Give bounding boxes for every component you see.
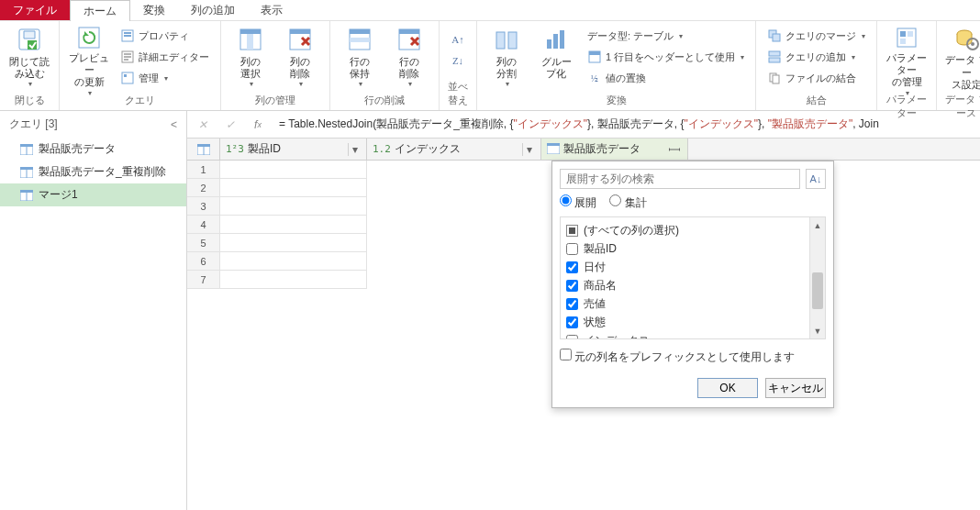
parameters-icon [892,25,921,50]
row-number[interactable]: 5 [187,234,220,252]
ribbon: 閉じて読 み込む 閉じる プレビュー の更新 プロパティ 詳細エディター [0,21,980,111]
replace-values-button[interactable]: ¹⁄₂ 値の置換 [584,69,748,87]
group-label-sort: 並べ替え [447,78,469,110]
remove-columns-button[interactable]: 列の 削除 [278,23,322,91]
row-number[interactable]: 3 [187,197,220,216]
row-number[interactable]: 2 [187,179,220,197]
scroll-down-button[interactable]: ▼ [810,323,825,338]
column-checkbox-item[interactable]: 状態 [566,313,819,331]
tab-addcolumn[interactable]: 列の追加 [178,0,248,20]
merge-queries-button[interactable]: クエリのマージ [763,27,869,45]
group-by-button[interactable]: グルー プ化 [534,23,578,91]
split-column-button[interactable]: 列の 分割 [484,23,529,91]
scroll-thumb[interactable] [812,272,823,309]
tab-transform[interactable]: 変換 [130,0,178,20]
data-source-icon [952,25,980,52]
manage-parameters-button[interactable]: パラメーター の管理 [885,23,929,91]
query-item[interactable]: 製品販売データ [0,138,186,161]
group-columns: 列の 選択 列の 削除 列の管理 [221,21,330,110]
combine-files-button[interactable]: ファイルの結合 [763,69,869,87]
row-number[interactable]: 1 [187,161,220,179]
table-icon [20,190,33,201]
column-header-product-id[interactable]: 1²3 製品ID ▾ [220,139,367,160]
choose-columns-button[interactable]: 列の 選択 [228,23,273,91]
close-load-icon [15,25,44,54]
column-checkbox-item[interactable]: インデックス [566,331,819,339]
group-by-icon [541,25,571,54]
column-header-index[interactable]: 1.2 インデックス ▾ [367,139,541,160]
cell[interactable] [220,179,367,197]
svg-rect-19 [496,32,505,49]
properties-button[interactable]: プロパティ [117,27,213,45]
cell[interactable] [220,234,367,252]
refresh-preview-button[interactable]: プレビュー の更新 [67,23,111,91]
expand-column-button[interactable] [667,142,682,157]
list-scrollbar[interactable]: ▲ ▼ [809,217,825,338]
fx-icon[interactable]: fx [248,115,268,135]
append-queries-button[interactable]: クエリの追加 [763,48,869,66]
row-number[interactable]: 4 [187,216,220,234]
cell[interactable] [220,161,367,179]
sort-desc-icon: Z↓ [451,53,465,68]
remove-rows-icon [395,25,424,54]
tab-home[interactable]: ホーム [70,0,130,21]
query-item[interactable]: 製品販売データ_重複削除 [0,161,186,183]
svg-rect-18 [399,29,419,34]
svg-rect-27 [773,34,780,41]
formula-accept-button[interactable]: ✓ [220,115,240,135]
group-combine: クエリのマージ クエリの追加 ファイルの結合 結合 [756,21,877,110]
cancel-button[interactable]: キャンセル [765,378,826,398]
collapse-icon: < [171,118,177,131]
column-filter-dropdown[interactable]: ▾ [348,143,361,156]
row-number[interactable]: 6 [187,252,220,271]
select-all-corner[interactable] [187,139,220,160]
column-checkbox-item[interactable]: 日付 [566,258,819,276]
svg-rect-15 [350,29,370,34]
radio-expand[interactable]: 展開 [560,194,596,211]
formula-input[interactable]: = Table.NestedJoin(製品販売データ_重複削除, {"インデック… [275,115,974,134]
svg-rect-2 [79,28,99,48]
cell[interactable] [220,252,367,271]
expand-search-input[interactable] [560,169,800,189]
group-parameters: パラメーター の管理 パラメーター [877,21,937,110]
scroll-up-button[interactable]: ▲ [810,217,825,233]
column-checkbox-item[interactable]: 製品ID [566,239,819,258]
first-row-header-icon [587,50,602,64]
cell[interactable] [220,271,367,289]
data-source-settings-button[interactable]: データ ソー ス設定 [944,23,980,91]
column-header-expand[interactable]: 製品販売データ [541,139,688,160]
data-type-button[interactable]: データ型: テーブル [584,27,748,45]
sort-asc-button[interactable]: A↑ [447,30,469,49]
expand-sort-button[interactable]: A↓ [806,169,826,189]
select-all-item[interactable]: (すべての列の選択) [566,221,819,239]
tab-file[interactable]: ファイル [0,0,70,20]
column-checkbox-item[interactable]: 売値 [566,294,819,313]
ok-button[interactable]: OK [697,378,758,398]
svg-rect-10 [240,29,261,34]
group-label-columns: 列の管理 [228,92,322,110]
group-query: プレビュー の更新 プロパティ 詳細エディター 管理 クエリ [60,21,221,110]
properties-icon [120,28,135,43]
advanced-editor-button[interactable]: 詳細エディター [117,48,213,66]
column-checkbox-item[interactable]: 商品名 [566,276,819,294]
tab-view[interactable]: 表示 [248,0,295,20]
use-first-row-button[interactable]: 1 行目をヘッダーとして使用 [584,48,748,66]
remove-rows-button[interactable]: 行の 削除 [387,23,431,91]
prefix-checkbox[interactable]: 元の列名をプレフィックスとして使用します [560,349,795,365]
queries-header[interactable]: クエリ [3] < [0,111,186,138]
formula-cancel-button[interactable]: ✕ [193,115,213,135]
group-rows: 行の 保持 行の 削除 行の削減 [330,21,440,110]
append-icon [767,50,782,64]
manage-button[interactable]: 管理 [117,69,213,87]
query-item[interactable]: マージ1 [0,183,186,206]
cell[interactable] [220,216,367,234]
tristate-checkbox[interactable] [566,225,578,237]
cell[interactable] [220,197,367,216]
keep-rows-button[interactable]: 行の 保持 [338,23,382,91]
column-filter-dropdown[interactable]: ▾ [522,143,535,156]
radio-aggregate[interactable]: 集計 [609,194,646,211]
row-number[interactable]: 7 [187,271,220,289]
sort-desc-button[interactable]: Z↓ [447,51,469,70]
svg-rect-31 [773,75,779,83]
close-and-load-button[interactable]: 閉じて読 み込む [7,23,51,91]
